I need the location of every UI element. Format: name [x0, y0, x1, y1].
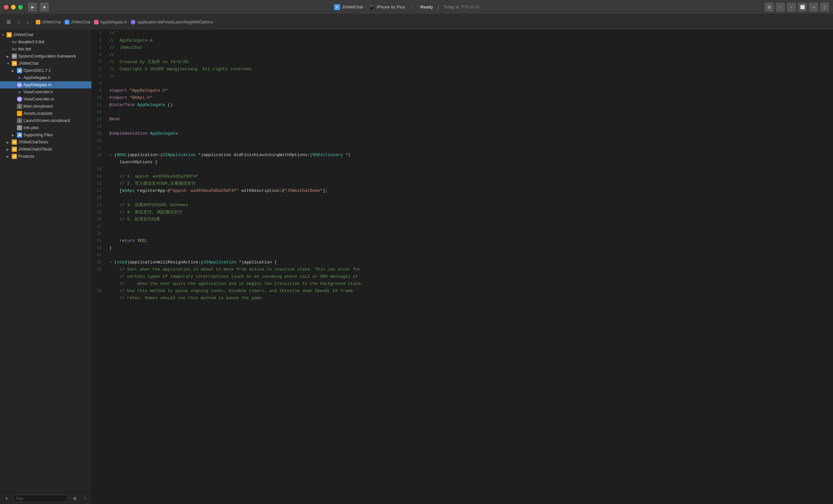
- code-line: 10#import "WXApi.h": [92, 94, 833, 101]
- code-line: 17: [92, 144, 833, 152]
- code-line: // when the user quits the application a…: [92, 280, 833, 287]
- line-number: 34: [92, 287, 107, 295]
- sidebar-item-tests[interactable]: ▶ 📁 JXWeiChatTests: [0, 138, 91, 146]
- code-line: 23: [92, 195, 833, 202]
- toolbar-back-button[interactable]: ‹: [15, 17, 22, 27]
- sidebar-item-launch-storyboard[interactable]: S LaunchScreen.storyboard: [0, 117, 91, 124]
- m-icon-viewcontroller: m: [17, 97, 22, 102]
- stop-button[interactable]: ■: [40, 3, 49, 12]
- sidebar-item-appdelegate-h[interactable]: h AppDelegate.h: [0, 74, 91, 81]
- titlebar-right: ⊞ ‹ › ⬜ ▭ ▯: [765, 3, 829, 12]
- line-number: 12: [92, 109, 107, 116]
- back-button[interactable]: ‹: [776, 3, 785, 12]
- code-line: 6// Copyright © 2016年 Wangjiaxiang. All …: [92, 66, 833, 73]
- sidebar-item-viewcontroller-m[interactable]: m ViewController.m: [0, 96, 91, 103]
- sidebar-item-assets[interactable]: A Assets.xcassets: [0, 110, 91, 117]
- line-content: [WXApi registerApp:@"appid: wxd930ea5d5a…: [107, 187, 833, 195]
- line-content: // certain types of temporary interrupti…: [107, 273, 833, 280]
- layout-button[interactable]: ▭: [809, 3, 818, 12]
- line-content: // Copyright © 2016年 Wangjiaxiang. All r…: [107, 66, 833, 73]
- line-number: 21: [92, 180, 107, 187]
- filter-sort-button[interactable]: ↕: [82, 494, 89, 503]
- breadcrumb-item-method[interactable]: -application:didFinishLaunchingWithOptio…: [131, 20, 214, 24]
- line-content: // rates. Games should use this method t…: [107, 295, 833, 302]
- code-line: 29 return YES;: [92, 237, 833, 245]
- line-content: // Use this method to pause ongoing task…: [107, 287, 833, 295]
- filter-options-button[interactable]: ⊞: [71, 494, 79, 503]
- breadcrumb-sep3: ›: [128, 20, 129, 24]
- sidebar-item-appdelegate-m[interactable]: m AppDelegate.m: [0, 81, 91, 89]
- line-number: 28: [92, 230, 107, 237]
- sidebar-label-supporting-files: Supporting Files: [23, 133, 53, 137]
- code-line: 15@implementation AppDelegate: [92, 130, 833, 137]
- tbd-icon-libz: tbd: [12, 47, 17, 52]
- sidebar-item-products[interactable]: ▶ 📁 Products: [0, 153, 91, 160]
- folder-icon-root: 📁: [6, 32, 12, 37]
- line-content: @interface AppDelegate (): [107, 101, 833, 109]
- line-content: - (void)applicationWillResignActive:(UIA…: [107, 259, 833, 266]
- sidebar-label-sysconfg: SystemConfiguration.framework: [18, 54, 76, 58]
- line-number: 18: [92, 152, 107, 159]
- minimize-button[interactable]: [11, 5, 16, 9]
- code-line: 7//: [92, 73, 833, 80]
- sidebar-item-main-storyboard[interactable]: S Main.storyboard: [0, 103, 91, 110]
- sidebar-label-appdelegate-m: AppDelegate.m: [23, 82, 51, 87]
- tbd-icon-libsqlite: tbd: [12, 39, 17, 45]
- sidebar-label-uitests: JXWeiChatUITests: [18, 147, 52, 152]
- sidebar-item-viewcontroller-h[interactable]: h ViewController.h: [0, 89, 91, 96]
- breadcrumb-item-root[interactable]: JXWeiChat: [36, 20, 61, 24]
- sidebar-item-libsqlite[interactable]: tbd libsqlite3.0.tbd: [0, 39, 91, 46]
- line-number: 15: [92, 130, 107, 137]
- code-line: 31: [92, 252, 833, 259]
- breadcrumb-root-icon: [36, 20, 40, 24]
- code-area[interactable]: 1//2// AppDelegate.m3// JXWeiChat4//5// …: [92, 30, 833, 504]
- panel-button[interactable]: ▯: [820, 3, 829, 12]
- code-line: 26 // 5. 处理支付结果: [92, 216, 833, 223]
- code-line: 13@end: [92, 116, 833, 123]
- toolbar-forward-button[interactable]: ›: [24, 17, 31, 27]
- line-content: // 3. 设置APPID为URL Schemes: [107, 202, 833, 209]
- sidebar-item-opensdk[interactable]: ▶ 📁 OpenSDK1.7.1: [0, 67, 91, 74]
- sidebar: ▼ 📁 JXWeiChat tbd libsqlite3.0.tbd tbd l…: [0, 30, 92, 504]
- plist-icon-info: P: [17, 125, 22, 130]
- sidebar-label-libz: libz.tbd: [18, 47, 31, 51]
- breadcrumb-item-folder[interactable]: JXWeiChat: [65, 20, 90, 24]
- line-content: @end: [107, 116, 833, 123]
- sidebar-item-sysconfg[interactable]: ▶ ⚙ SystemConfiguration.framework: [0, 53, 91, 60]
- code-line: // certain types of temporary interrupti…: [92, 273, 833, 280]
- code-line: 3// JXWeiChat: [92, 44, 833, 51]
- grid-view-button[interactable]: ⊞: [765, 3, 774, 12]
- code-line: 14: [92, 123, 833, 130]
- line-number: 7: [92, 73, 107, 80]
- code-line: 21 // 2. 导入微信支付SDK,注册微信支付: [92, 180, 833, 187]
- sidebar-item-info-plist[interactable]: P Info.plist: [0, 124, 91, 131]
- breadcrumb-folder-icon: [65, 20, 69, 24]
- maximize-button[interactable]: [18, 5, 23, 9]
- sidebar-toggle-button[interactable]: ⬜: [798, 3, 807, 12]
- sidebar-item-supporting-files[interactable]: ▶ 📁 Supporting Files: [0, 131, 91, 138]
- code-line: 33 // Sent when the application is about…: [92, 266, 833, 273]
- line-number: 4: [92, 51, 107, 58]
- filter-input[interactable]: [13, 495, 68, 502]
- sidebar-item-libz[interactable]: tbd libz.tbd: [0, 46, 91, 53]
- sidebar-item-jxweichat-folder[interactable]: ▼ 📁 JXWeiChat: [0, 60, 91, 67]
- breadcrumb-item-file[interactable]: AppDelegate.m: [94, 20, 127, 24]
- h-icon-viewcontroller: h: [17, 90, 22, 95]
- tree-arrow-sysconfg: ▶: [6, 55, 12, 58]
- code-line: 19: [92, 166, 833, 173]
- breadcrumb: JXWeiChat › JXWeiChat › AppDelegate.m › …: [36, 20, 214, 24]
- forward-button[interactable]: ›: [787, 3, 796, 12]
- toolbar-grid-button[interactable]: ⊞: [4, 17, 13, 27]
- titlebar-time-label: |: [438, 4, 438, 9]
- sidebar-item-jxweichat-root[interactable]: ▼ 📁 JXWeiChat: [0, 31, 91, 39]
- code-line: 20 // 1. appid: wxd930ea5d5a258f4f: [92, 173, 833, 180]
- play-button[interactable]: ▶: [28, 3, 37, 12]
- code-line: 5// Created by 王加祥 on 16/6/20.: [92, 58, 833, 66]
- sidebar-item-uitests[interactable]: ▶ 📁 JXWeiChatUITests: [0, 146, 91, 153]
- close-button[interactable]: [4, 5, 8, 9]
- h-icon-appdelegate: h: [17, 75, 22, 80]
- folder-icon-supporting: 📁: [17, 132, 22, 137]
- titlebar-app-name: JXWeiChat: [342, 4, 363, 9]
- device-icon: 📱: [368, 4, 375, 10]
- add-file-button[interactable]: +: [3, 494, 11, 503]
